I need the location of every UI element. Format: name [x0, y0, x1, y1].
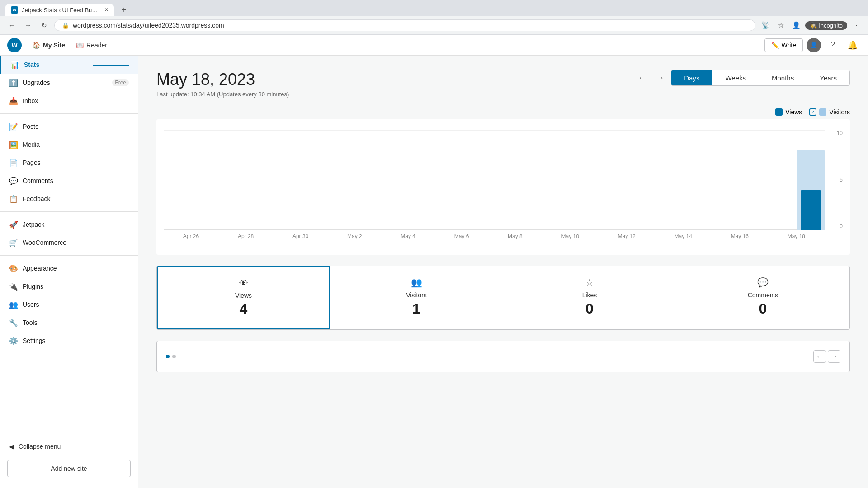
back-button[interactable]: ← — [5, 19, 18, 32]
write-button[interactable]: ✏️ Write — [764, 38, 803, 52]
sidebar-item-plugins[interactable]: 🔌 Plugins — [0, 277, 138, 296]
pages-label: Pages — [23, 159, 129, 166]
stat-card-visitors[interactable]: 👥 Visitors 1 — [330, 266, 503, 329]
dot-1[interactable] — [166, 355, 170, 358]
browser-tab[interactable]: W Jetpack Stats ‹ UI Feed Business × — [5, 4, 114, 16]
sidebar-item-stats[interactable]: 📊 Stats — [0, 56, 138, 74]
feedback-label: Feedback — [23, 195, 129, 202]
sidebar-item-woocommerce[interactable]: 🛒 WooCommerce — [0, 234, 138, 252]
incognito-label: Incognito — [819, 22, 843, 29]
views-legend: Views — [775, 108, 802, 116]
x-label-apr30: Apr 30 — [292, 233, 308, 239]
tab-title: Jetpack Stats ‹ UI Feed Business — [22, 7, 99, 14]
media-icon: 🖼️ — [9, 140, 18, 149]
sidebar-item-appearance[interactable]: 🎨 Appearance — [0, 259, 138, 277]
stat-card-likes[interactable]: ☆ Likes 0 — [503, 266, 676, 329]
upgrades-icon: ⬆️ — [9, 78, 18, 87]
help-icon[interactable]: ? — [825, 37, 841, 53]
sidebar-item-pages[interactable]: 📄 Pages — [0, 154, 138, 172]
address-bar[interactable]: 🔒 wordpress.com/stats/day/uifeed20235.wo… — [54, 19, 755, 31]
refresh-button[interactable]: ↻ — [38, 19, 51, 32]
main-content: May 18, 2023 Last update: 10:34 AM (Upda… — [138, 56, 868, 488]
profile-icon[interactable]: 👤 — [790, 19, 802, 32]
x-label-may4: May 4 — [401, 233, 415, 239]
visitors-stat-icon: 👥 — [411, 277, 422, 288]
users-label: Users — [23, 301, 129, 308]
bookmark-icon[interactable]: ☆ — [774, 19, 787, 32]
tab-months[interactable]: Months — [759, 70, 807, 85]
x-label-may12: May 12 — [618, 233, 636, 239]
grid-line-5 — [164, 180, 825, 180]
upgrades-badge: Free — [112, 79, 129, 86]
card-next-button[interactable]: → — [828, 350, 840, 363]
new-tab-button[interactable]: + — [118, 4, 130, 16]
notifications-icon[interactable]: 🔔 — [844, 37, 861, 53]
sidebar-item-jetpack[interactable]: 🚀 Jetpack — [0, 216, 138, 234]
y-label-5: 5 — [827, 177, 843, 183]
cast-icon[interactable]: 📡 — [759, 19, 772, 32]
visitors-color-swatch — [819, 108, 826, 116]
woocommerce-label: WooCommerce — [23, 239, 129, 246]
my-site-label: My Site — [43, 42, 65, 49]
tab-years[interactable]: Years — [807, 70, 849, 85]
prev-period-button[interactable]: ← — [635, 71, 649, 85]
visitors-checkbox[interactable]: ✓ — [809, 108, 816, 116]
collapse-icon: ◀ — [9, 443, 14, 450]
sidebar-item-media[interactable]: 🖼️ Media — [0, 136, 138, 154]
sidebar-item-settings[interactable]: ⚙️ Settings — [0, 332, 138, 350]
last-update-text: Last update: 10:34 AM (Updates every 30 … — [156, 91, 289, 98]
card-prev-button[interactable]: ← — [813, 350, 826, 363]
page-header: May 18, 2023 Last update: 10:34 AM (Upda… — [156, 70, 850, 98]
sidebar-divider-2 — [0, 211, 138, 212]
tab-days[interactable]: Days — [671, 70, 712, 85]
browser-nav-bar: ← → ↻ 🔒 wordpress.com/stats/day/uifeed20… — [0, 16, 868, 34]
comments-stat-label: Comments — [748, 291, 778, 299]
add-new-site-button[interactable]: Add new site — [7, 460, 131, 477]
sidebar-item-inbox[interactable]: 📥 Inbox — [0, 92, 138, 110]
wp-header-right: ✏️ Write 👤 ? 🔔 — [764, 37, 861, 53]
forward-button[interactable]: → — [22, 19, 34, 32]
likes-stat-icon: ☆ — [585, 277, 594, 288]
wp-logo[interactable]: W — [7, 38, 22, 52]
y-axis: 10 5 0 — [827, 130, 843, 230]
pagination-dots — [166, 355, 176, 358]
stats-label: Stats — [24, 61, 88, 68]
bottom-card: ← → — [156, 341, 850, 372]
sidebar-item-tools[interactable]: 🔧 Tools — [0, 314, 138, 332]
jetpack-icon: 🚀 — [9, 220, 18, 229]
next-period-button[interactable]: → — [653, 71, 667, 85]
chart-container: 10 5 0 — [156, 119, 850, 255]
tools-label: Tools — [23, 319, 129, 326]
posts-label: Posts — [23, 123, 129, 130]
dot-2[interactable] — [172, 355, 176, 358]
visitors-legend: ✓ Visitors — [809, 108, 850, 116]
plugins-icon: 🔌 — [9, 282, 18, 291]
collapse-menu-button[interactable]: ◀ Collapse menu — [0, 438, 138, 455]
comments-stat-value: 0 — [759, 300, 767, 317]
posts-icon: 📝 — [9, 122, 18, 131]
user-avatar[interactable]: 👤 — [807, 38, 821, 52]
collapse-menu-label: Collapse menu — [19, 443, 61, 450]
x-axis-labels: Apr 26 Apr 28 Apr 30 May 2 May 4 May 6 M… — [164, 233, 843, 239]
sidebar-item-upgrades[interactable]: ⬆️ Upgrades Free — [0, 74, 138, 92]
menu-icon[interactable]: ⋮ — [850, 19, 863, 32]
sidebar-item-feedback[interactable]: 📋 Feedback — [0, 190, 138, 208]
sidebar-item-users[interactable]: 👥 Users — [0, 296, 138, 314]
tab-weeks[interactable]: Weeks — [712, 70, 759, 85]
my-site-nav[interactable]: 🏠 My Site — [27, 39, 71, 52]
x-label-may18: May 18 — [788, 233, 805, 239]
users-icon: 👥 — [9, 300, 18, 309]
appearance-label: Appearance — [23, 265, 129, 272]
sidebar-divider-1 — [0, 113, 138, 114]
settings-icon: ⚙️ — [9, 336, 18, 345]
browser-actions: 📡 ☆ 👤 🕵️ Incognito ⋮ — [759, 19, 863, 32]
stat-card-views[interactable]: 👁 Views 4 — [157, 266, 330, 329]
bar-may18 — [797, 130, 825, 230]
reader-nav[interactable]: 📖 Reader — [71, 39, 113, 52]
tab-close-button[interactable]: × — [104, 6, 108, 14]
grid-line-0 — [164, 229, 825, 230]
sidebar-item-comments[interactable]: 💬 Comments — [0, 172, 138, 190]
period-tabs: Days Weeks Months Years — [671, 70, 850, 86]
stat-card-comments[interactable]: 💬 Comments 0 — [676, 266, 849, 329]
sidebar-item-posts[interactable]: 📝 Posts — [0, 117, 138, 136]
